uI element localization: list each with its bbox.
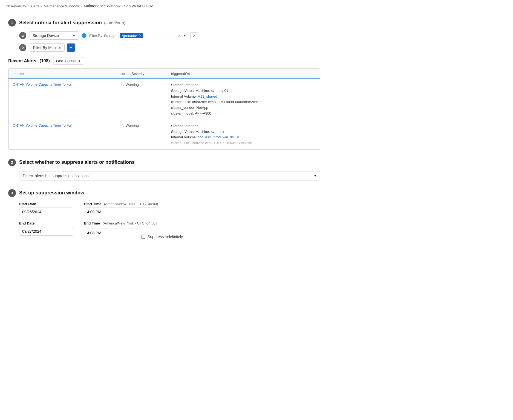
storage-link-1[interactable]: grenada — [186, 83, 199, 87]
warning-icon-2: ⚠ — [120, 123, 124, 128]
monitor-link-2[interactable]: ONTAP Volume Capacity Time To Full — [13, 123, 72, 127]
triggered-on-2: Storage: grenada Storage Virtual Machine… — [171, 123, 316, 146]
time-filter-dropdown[interactable]: Last 3 Hours ▼ — [53, 57, 84, 65]
breadcrumb-current: Maintenance Window - Sep 26 04:00 PM — [84, 4, 153, 8]
storage-link-2[interactable]: grenada — [186, 124, 199, 128]
start-time-group: Start Time (America/New_York - UTC -04:0… — [84, 202, 158, 216]
table-row: ONTAP Volume Capacity Time To Full ⚠ War… — [9, 120, 320, 149]
recent-alerts-section: Recent Alerts (108) Last 3 Hours ▼ monit… — [8, 57, 320, 150]
storage-label-1: Storage: — [171, 83, 185, 87]
tag-remove-icon[interactable]: ✕ — [139, 34, 142, 37]
vol-link-2[interactable]: cbc_esxi_prod_win_ds_01 — [198, 135, 240, 139]
section-1-subtitle: (a and/or b) — [104, 21, 125, 25]
severity-warning-2: ⚠ Warning — [120, 123, 163, 128]
svm-label-1: Storage Virtual Machine: — [171, 89, 210, 93]
section-3-header: 3 Set up suppression window — [8, 189, 320, 197]
table-row: ONTAP Volume Capacity Time To Full ⚠ War… — [9, 79, 320, 120]
suppress-dropdown[interactable]: Detect alerts but suppress notifications… — [19, 171, 320, 180]
vol-link-1[interactable]: H13_shared — [198, 94, 217, 98]
end-time-group: End Time (America/New_York - UTC -04:00)… — [84, 221, 183, 239]
table-cell-triggered-1: Storage: grenada Storage Virtual Machine… — [167, 79, 320, 120]
section-criteria: 1 Select criteria for alert suppression … — [8, 19, 320, 150]
suppress-dropdown-wrapper: Detect alerts but suppress notifications… — [19, 171, 320, 180]
tag-value: *grenada* — [122, 34, 137, 38]
step-3-circle: 3 — [8, 189, 16, 197]
vol-label-2: Internal Volume: — [171, 135, 197, 139]
severity-label-1: Warning — [126, 83, 139, 87]
add-filter-button[interactable]: + — [67, 43, 75, 52]
window-form: Start Date Start Time (America/New_York … — [19, 202, 320, 239]
col-severity: currentSeverity — [117, 69, 167, 79]
suppress-dropdown-label: Detect alerts but suppress notifications — [23, 174, 88, 178]
extra-info-1: cluster_uuid: a68d2fce-cee8-11e9-909d-00… — [171, 100, 259, 115]
step-2-circle: 2 — [8, 159, 16, 166]
recent-alerts-count: (108) — [40, 59, 50, 63]
recent-alerts-title: Recent Alerts — [8, 59, 36, 63]
table-cell-severity-2: ⚠ Warning — [117, 120, 167, 149]
sub-circle-b: b — [19, 44, 26, 51]
table-cell-monitor-2: ONTAP Volume Capacity Time To Full — [9, 120, 117, 149]
start-date-label: Start Date — [19, 202, 73, 206]
end-date-group: End Date — [19, 221, 73, 236]
device-type-dropdown[interactable]: Storage Device ▼ — [30, 31, 79, 40]
breadcrumb-observability[interactable]: Observability — [5, 4, 26, 8]
warning-icon-1: ⚠ — [120, 82, 124, 87]
svm-link-2[interactable]: svm-esx — [211, 130, 224, 134]
suppress-indefinitely-label: Suppress indefinitely — [148, 235, 183, 239]
start-timezone: (America/New_York - UTC -04:00) — [104, 202, 158, 206]
end-time-row: Suppress indefinitely — [84, 227, 183, 239]
suppress-dropdown-arrow-icon: ▼ — [314, 174, 317, 177]
svm-label-2: Storage Virtual Machine: — [171, 130, 210, 134]
triggered-on-1: Storage: grenada Storage Virtual Machine… — [171, 82, 316, 116]
alerts-table: monitor currentSeverity triggeredOn ONTA… — [8, 69, 320, 150]
sub-circle-a: a — [19, 32, 26, 39]
table-cell-monitor-1: ONTAP Volume Capacity Time To Full — [9, 79, 117, 120]
end-time-label: End Time (America/New_York - UTC -04:00) — [84, 221, 183, 225]
section-suppress: 2 Select whether to suppress alerts or n… — [8, 159, 320, 180]
filter-by-monitor-button[interactable]: Filter By Monitor — [30, 43, 65, 52]
severity-label-2: Warning — [126, 123, 139, 127]
time-filter-label: Last 3 Hours — [56, 59, 76, 63]
criteria-row-a: a Storage Device ▼ i Filter By Storage *… — [19, 31, 320, 40]
section-1-title: Select criteria for alert suppression — [19, 20, 102, 26]
criteria-row-b: b Filter By Monitor + — [19, 43, 320, 52]
start-date-input[interactable] — [19, 208, 73, 216]
filter-by-label: Filter By — [89, 34, 102, 38]
breadcrumb-maintenance-windows[interactable]: Maintenance Windows — [44, 4, 80, 8]
storage-label-2: Storage: — [171, 124, 185, 128]
alerts-table-wrapper: monitor currentSeverity triggeredOn ONTA… — [8, 68, 320, 150]
tag-dropdown-icon[interactable]: ▼ — [182, 33, 187, 38]
monitor-link-1[interactable]: ONTAP Volume Capacity Time To Full — [13, 82, 72, 86]
clear-all-button[interactable]: ✕ — [190, 32, 198, 39]
end-timezone: (America/New_York - UTC -04:00) — [103, 221, 157, 225]
suppress-indefinitely-row: Suppress indefinitely — [141, 235, 183, 239]
suppress-indefinitely-checkbox[interactable] — [141, 235, 145, 239]
extra-info-2: cluster_uuid: a68d2fce-cee8-11e9-909d-00… — [171, 141, 252, 145]
tag-grenada[interactable]: *grenada* ✕ — [120, 33, 143, 38]
end-date-row: End Date End Time (America/New_York - UT… — [19, 221, 320, 239]
device-type-arrow-icon: ▼ — [72, 33, 76, 38]
svm-link-1[interactable]: svm-sap01 — [211, 89, 228, 93]
breadcrumb: Observability / Alerts / Maintenance Win… — [0, 0, 513, 12]
start-date-group: Start Date — [19, 202, 73, 216]
info-icon[interactable]: i — [82, 33, 87, 38]
recent-alerts-header: Recent Alerts (108) Last 3 Hours ▼ — [8, 57, 320, 65]
section-1-header: 1 Select criteria for alert suppression … — [8, 19, 320, 27]
time-filter-arrow-icon: ▼ — [78, 59, 81, 63]
section-3-title: Set up suppression window — [19, 190, 84, 196]
col-monitor: monitor — [9, 69, 117, 79]
tag-input[interactable]: *grenada* ✕ ✕ ▼ — [118, 32, 189, 39]
end-date-input[interactable] — [19, 227, 73, 236]
start-time-label: Start Time (America/New_York - UTC -04:0… — [84, 202, 158, 206]
end-time-input[interactable] — [84, 229, 138, 237]
breadcrumb-sep-3: / — [81, 4, 82, 8]
severity-warning-1: ⚠ Warning — [120, 82, 163, 87]
breadcrumb-alerts[interactable]: Alerts — [30, 4, 39, 8]
vol-label-1: Internal Volume: — [171, 94, 197, 98]
tag-clear-icon[interactable]: ✕ — [177, 33, 182, 38]
col-triggered: triggeredOn — [167, 69, 320, 79]
section-2-header: 2 Select whether to suppress alerts or n… — [8, 159, 320, 166]
filter-monitor-label: Filter By Monitor — [33, 45, 61, 50]
start-time-input[interactable] — [84, 208, 158, 216]
end-date-label: End Date — [19, 221, 73, 225]
